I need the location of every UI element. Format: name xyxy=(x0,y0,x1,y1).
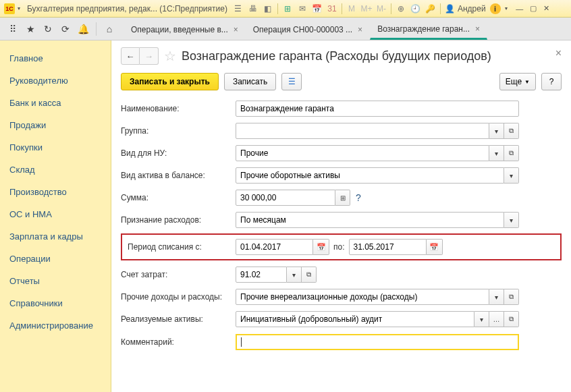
comment-input[interactable] xyxy=(236,334,519,350)
sidebar-item-operations[interactable]: Операции xyxy=(0,248,111,270)
help-button[interactable]: ? xyxy=(541,73,562,90)
tab-reward[interactable]: Вознаграждение гаран... × xyxy=(370,20,487,40)
ellipsis-button[interactable]: … xyxy=(489,311,504,327)
open-button[interactable]: ⧉ xyxy=(504,145,519,161)
minimize-button[interactable]: — xyxy=(514,4,525,13)
clock-icon[interactable]: 🕘 xyxy=(410,3,421,14)
forward-button[interactable]: → xyxy=(140,47,159,65)
open-button[interactable]: ⧉ xyxy=(504,123,519,139)
print-icon[interactable]: 🖶 xyxy=(248,3,259,14)
nav-sidebar: Главное Руководителю Банк и касса Продаж… xyxy=(0,40,111,392)
close-icon[interactable]: × xyxy=(358,25,362,34)
assets-label: Реализуемые активы: xyxy=(121,314,236,324)
calc-button[interactable]: ⊞ xyxy=(335,190,350,206)
tab-operations[interactable]: Операции, введенные в... × xyxy=(124,20,246,40)
open-button[interactable]: ⧉ xyxy=(302,267,317,283)
calculator-icon[interactable]: ⊞ xyxy=(282,3,293,14)
list-button[interactable]: ☰ xyxy=(281,73,302,90)
account-input[interactable]: 91.02 xyxy=(236,267,287,283)
dropdown-button[interactable]: ▾ xyxy=(474,311,489,327)
dropdown-button[interactable]: ▾ xyxy=(489,123,504,139)
info-icon[interactable]: i xyxy=(490,3,501,14)
name-label: Наименование: xyxy=(121,104,236,113)
asset-input[interactable]: Прочие оборотные активы xyxy=(236,167,504,184)
dropdown-button[interactable]: ▾ xyxy=(489,145,504,161)
sidebar-item-hr[interactable]: Зарплата и кадры xyxy=(0,225,111,248)
group-input[interactable] xyxy=(236,123,489,139)
more-label: Еще xyxy=(506,77,522,86)
nu-label: Вид для НУ: xyxy=(121,148,236,158)
bell-icon[interactable]: 🔔 xyxy=(76,22,90,36)
calendar-icon[interactable]: 📅 xyxy=(427,239,443,255)
dropdown-button[interactable]: ▾ xyxy=(287,267,302,283)
zoom-icon[interactable]: ⊕ xyxy=(396,3,406,14)
income-input[interactable]: Прочие внереализационные доходы (расходы… xyxy=(236,289,489,305)
calendar-icon[interactable]: 📅 xyxy=(312,3,323,14)
assets-input[interactable]: Инициативный (добровольный) аудит xyxy=(236,311,474,327)
save-button[interactable]: Записать xyxy=(224,73,276,90)
tab-label: Операция СН00-000003 ... xyxy=(253,25,352,34)
m-plus-icon[interactable]: M+ xyxy=(361,3,372,14)
name-input[interactable]: Вознаграждение гаранта xyxy=(236,101,519,117)
sidebar-item-admin[interactable]: Администрирование xyxy=(0,314,111,337)
period-dates: 01.04.2017 📅 по: 31.05.2017 📅 xyxy=(236,239,443,255)
date-icon[interactable]: 31 xyxy=(327,3,337,14)
sidebar-item-assets[interactable]: ОС и НМА xyxy=(0,203,111,225)
home-icon[interactable]: ⌂ xyxy=(102,22,117,36)
sidebar-item-sales[interactable]: Продажи xyxy=(0,114,111,136)
sidebar-item-catalogs[interactable]: Справочники xyxy=(0,292,111,314)
dropdown-button[interactable]: ▾ xyxy=(504,167,519,184)
dropdown-button[interactable]: ▾ xyxy=(504,212,519,228)
sidebar-item-main[interactable]: Главное xyxy=(0,47,111,69)
more-button[interactable]: Еще▼ xyxy=(499,73,536,90)
asset-label: Вид актива в балансе: xyxy=(121,171,236,180)
sidebar-item-purchases[interactable]: Покупки xyxy=(0,136,111,159)
period-from-input[interactable]: 01.04.2017 xyxy=(236,239,313,255)
apps-icon[interactable]: ⠿ xyxy=(5,22,20,36)
account-label: Счет затрат: xyxy=(121,270,236,279)
sidebar-item-bank[interactable]: Банк и касса xyxy=(0,92,111,114)
m-minus-icon[interactable]: M- xyxy=(376,3,387,14)
group-label: Группа: xyxy=(121,126,236,136)
period-to-label: по: xyxy=(333,242,345,252)
sidebar-item-reports[interactable]: Отчеты xyxy=(0,270,111,292)
close-icon[interactable]: × xyxy=(475,24,480,34)
app-logo-icon: 1C xyxy=(4,3,15,14)
row-income: Прочие доходы и расходы: Прочие внереали… xyxy=(121,288,562,306)
titlebar-toolbar: ☰ 🖶 ◧ ⊞ ✉ 📅 31 M M+ M- ⊕ 🕘 🔑 👤 Андрей i … xyxy=(233,3,512,14)
back-button[interactable]: ← xyxy=(121,47,140,65)
m-tool-icon[interactable]: M xyxy=(346,3,357,14)
link-icon[interactable]: ↻ xyxy=(40,22,55,36)
dropdown-button[interactable]: ▾ xyxy=(489,289,504,305)
mail-icon[interactable]: ✉ xyxy=(297,3,308,14)
compare-icon[interactable]: ◧ xyxy=(263,3,273,14)
calendar-icon[interactable]: 📅 xyxy=(313,239,329,255)
info-dropdown[interactable]: ▾ xyxy=(505,5,512,11)
sidebar-item-manager[interactable]: Руководителю xyxy=(0,69,111,92)
app-menu-dropdown[interactable]: ▾ xyxy=(18,5,24,11)
history-icon[interactable]: ⟳ xyxy=(58,22,73,36)
document-title: Вознаграждение гаранта (Расходы будущих … xyxy=(182,49,562,63)
sum-input[interactable]: 30 000,00 xyxy=(236,190,335,206)
separator xyxy=(440,3,441,14)
open-button[interactable]: ⧉ xyxy=(504,289,519,305)
close-icon[interactable]: × xyxy=(234,25,238,34)
recognition-input[interactable]: По месяцам xyxy=(236,212,504,228)
period-to-input[interactable]: 31.05.2017 xyxy=(349,239,427,255)
nu-input[interactable]: Прочие xyxy=(236,145,489,161)
star-icon[interactable]: ★ xyxy=(23,22,38,36)
preview-icon[interactable]: ☰ xyxy=(233,3,244,14)
save-close-button[interactable]: Записать и закрыть xyxy=(121,73,219,90)
close-window-button[interactable]: ✕ xyxy=(541,4,552,13)
sidebar-item-warehouse[interactable]: Склад xyxy=(0,159,111,181)
key-icon[interactable]: 🔑 xyxy=(425,3,436,14)
sidebar-item-production[interactable]: Производство xyxy=(0,181,111,203)
maximize-button[interactable]: ▢ xyxy=(528,4,539,13)
close-doc-button[interactable]: × xyxy=(555,47,562,59)
user-label[interactable]: 👤 Андрей xyxy=(445,4,486,13)
tab-operation-doc[interactable]: Операция СН00-000003 ... × xyxy=(246,20,370,40)
open-button[interactable]: ⧉ xyxy=(504,311,519,327)
help-icon[interactable]: ? xyxy=(356,192,361,203)
favorite-star-icon[interactable]: ☆ xyxy=(164,48,176,64)
recognition-label: Признание расходов: xyxy=(121,215,236,225)
